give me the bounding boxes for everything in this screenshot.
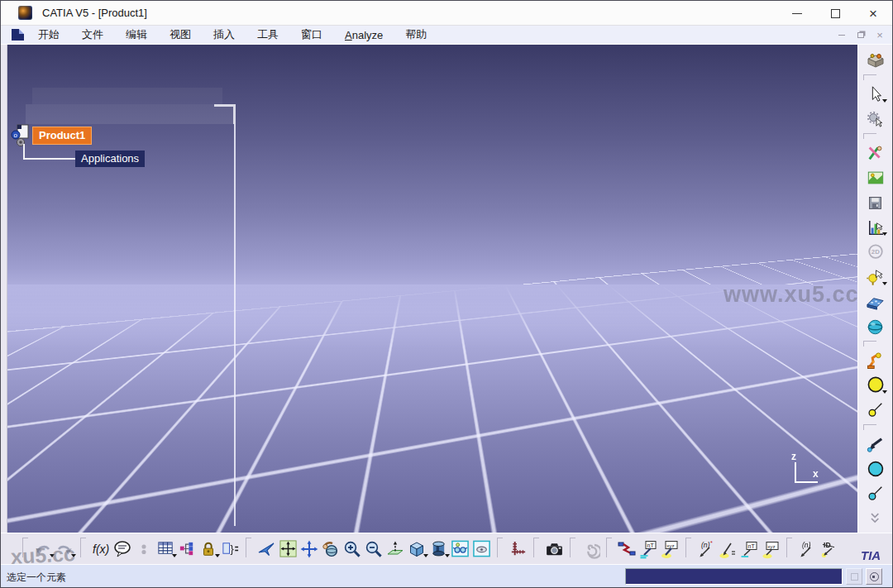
mdi-close-icon[interactable]: ×: [874, 29, 886, 41]
menu-analyze-rest: nalyze: [352, 29, 384, 41]
svg-text:o: o: [13, 131, 17, 139]
pan-icon[interactable]: [298, 538, 320, 560]
tree-node-applications[interactable]: Applications: [75, 151, 145, 167]
menu-window[interactable]: 窗口: [293, 26, 331, 44]
menu-help[interactable]: 帮助: [397, 26, 435, 44]
status-message: 选定一个元素: [7, 571, 66, 585]
toolbar-handle[interactable]: [786, 538, 792, 557]
constraints-dots-icon[interactable]: [133, 538, 155, 560]
measure-axis-icon[interactable]: [507, 538, 528, 560]
circle-cyan-small-icon[interactable]: [865, 483, 886, 504]
close-button[interactable]: ×: [854, 1, 892, 26]
toolbar-handle[interactable]: [863, 341, 876, 347]
menu-analyze[interactable]: Analyze: [337, 27, 391, 43]
spiral-icon[interactable]: [580, 538, 601, 560]
maximize-button[interactable]: [816, 1, 854, 26]
status-bar: 选定一个元素: [1, 564, 892, 588]
point-yellow-small-icon[interactable]: [865, 399, 886, 421]
section-sphere-icon[interactable]: [865, 316, 886, 337]
toolbar-handle[interactable]: [570, 538, 575, 557]
toolbar-handle[interactable]: [533, 538, 539, 557]
menu-edit[interactable]: 编辑: [117, 26, 155, 44]
circle-cyan-icon[interactable]: [865, 458, 886, 480]
fit-all-in-icon[interactable]: [277, 538, 298, 560]
toolbar-handle[interactable]: [606, 538, 612, 557]
plane-ruler-icon[interactable]: [865, 291, 886, 313]
axis-x-label: x: [813, 468, 819, 480]
document-icon[interactable]: [12, 29, 24, 41]
coordinates-box-icon[interactable]: xyz: [760, 538, 781, 560]
menu-view[interactable]: 视图: [161, 26, 199, 44]
zoom-out-icon[interactable]: [363, 538, 384, 560]
catia-logo-icon: [18, 6, 32, 20]
product-node-icon[interactable]: o: [11, 123, 32, 148]
axis-indicator: z x: [783, 454, 826, 492]
parameter-n2-icon[interactable]: (n): [796, 538, 818, 560]
toolbar-handle[interactable]: [863, 424, 876, 430]
save-disk-icon[interactable]: [865, 192, 886, 213]
normal-view-icon[interactable]: [384, 538, 406, 560]
id-annotation-icon[interactable]: ID: [818, 538, 839, 560]
viewport-3d[interactable]: o Product1 Applications z x www.xu5.cc: [7, 45, 859, 533]
toolbar-handle[interactable]: [80, 538, 86, 557]
hide-show-icon[interactable]: [449, 538, 470, 560]
minimize-button[interactable]: [778, 1, 816, 26]
parameter-n-icon[interactable]: (n) *: [695, 538, 717, 560]
menu-tools[interactable]: 工具: [249, 26, 287, 44]
watermark-tia: TIA: [861, 548, 881, 562]
lock-icon[interactable]: [198, 538, 219, 560]
point-yellow-icon[interactable]: [865, 375, 886, 396]
camera-capture-icon[interactable]: [543, 538, 565, 560]
apply-material-icon[interactable]: [865, 142, 886, 164]
menu-file[interactable]: 文件: [74, 26, 112, 44]
knowledge-bubble-icon[interactable]: [112, 538, 133, 560]
axis-z-label: z: [791, 451, 796, 462]
command-option-button[interactable]: [846, 568, 862, 585]
isometric-view-icon[interactable]: [406, 538, 427, 560]
menu-start[interactable]: 开始: [30, 26, 68, 44]
design-table-icon[interactable]: [155, 538, 176, 560]
text-box-icon[interactable]: nT: [738, 538, 760, 560]
more-chevron-icon[interactable]: [865, 508, 886, 529]
workbench-icon[interactable]: [865, 50, 886, 71]
toolbar-handle[interactable]: [246, 538, 251, 557]
menu-insert[interactable]: 插入: [205, 26, 243, 44]
power-input[interactable]: [625, 568, 843, 585]
svg-text:2D: 2D: [871, 248, 879, 256]
render-style-icon[interactable]: [427, 538, 449, 560]
mdi-minimize-icon[interactable]: [836, 29, 848, 41]
annotation-arrow-icon[interactable]: [717, 538, 738, 560]
fly-mode-icon[interactable]: [255, 538, 277, 560]
close-icon: ×: [869, 7, 877, 21]
rule-brace-icon[interactable]: }: [219, 538, 241, 560]
knowledge-pointer-icon[interactable]: [865, 108, 886, 130]
watermark-bottom-left: xu5.cc: [10, 542, 75, 569]
select-arrow-icon[interactable]: [865, 84, 886, 105]
render-scene-icon[interactable]: [865, 167, 886, 189]
circle-2d-icon[interactable]: 2D: [865, 241, 886, 263]
light-source-icon[interactable]: [865, 266, 886, 288]
coordinates-annotation-pen-icon[interactable]: xyz: [659, 538, 680, 560]
relations-graph-icon[interactable]: [176, 538, 198, 560]
zoom-in-icon[interactable]: [341, 538, 363, 560]
formula-fx-icon[interactable]: f(x): [90, 538, 112, 560]
tree-node-product1[interactable]: Product1: [32, 127, 92, 145]
window-title: CATIA V5 - [Product1]: [42, 7, 147, 19]
corner-bracket: [233, 104, 236, 124]
rotate-icon[interactable]: [320, 538, 341, 560]
command-option-icon: [851, 573, 858, 581]
text-annotation-pen-icon[interactable]: nT: [638, 538, 659, 560]
info-button[interactable]: [866, 568, 882, 585]
mdi-restore-icon[interactable]: [855, 29, 867, 41]
toolbar-handle[interactable]: [863, 74, 876, 80]
toolbar-handle[interactable]: [863, 133, 876, 139]
toolbar-handle[interactable]: [497, 538, 503, 557]
minimize-icon: [792, 13, 802, 14]
swap-visible-space-icon[interactable]: [470, 538, 492, 560]
catalog-browser-icon[interactable]: [616, 538, 638, 560]
chart-analysis-icon[interactable]: [865, 217, 886, 238]
toolbar-handle[interactable]: [685, 538, 691, 557]
pen-ink-icon[interactable]: [865, 433, 886, 455]
ghost-patch: [26, 104, 234, 124]
robot-arm-icon[interactable]: [865, 350, 886, 371]
